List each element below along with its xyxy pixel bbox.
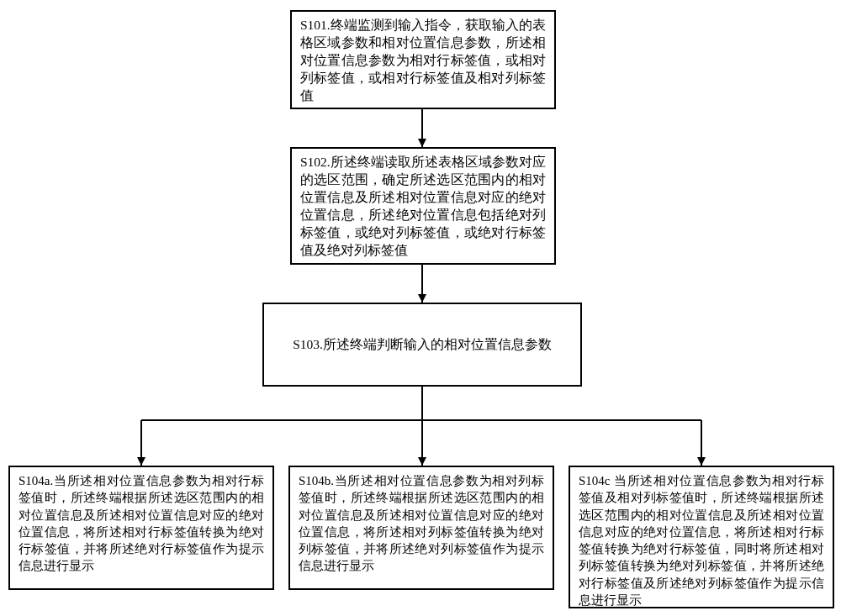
node-s104a: S104a.当所述相对位置信息参数为相对行标签值时，所述终端根据所述选区范围内的…	[8, 466, 274, 590]
node-s101: S101.终端监测到输入指令，获取输入的表格区域参数和相对位置信息参数，所述相对…	[290, 10, 556, 109]
node-s103-text: S103.所述终端判断输入的相对位置信息参数	[293, 336, 552, 354]
node-s102: S102.所述终端读取所述表格区域参数对应的选区范围，确定所述选区范围内的相对位…	[290, 147, 556, 265]
node-s103: S103.所述终端判断输入的相对位置信息参数	[262, 303, 582, 387]
node-s104b: S104b.当所述相对位置信息参数为相对列标签值时，所述终端根据所述选区范围内的…	[288, 466, 554, 590]
node-s104c: S104c 当所述相对位置信息参数为相对行标签值及相对列标签值时，所述终端根据所…	[569, 466, 834, 608]
flowchart-canvas: S101.终端监测到输入指令，获取输入的表格区域参数和相对位置信息参数，所述相对…	[0, 0, 841, 616]
